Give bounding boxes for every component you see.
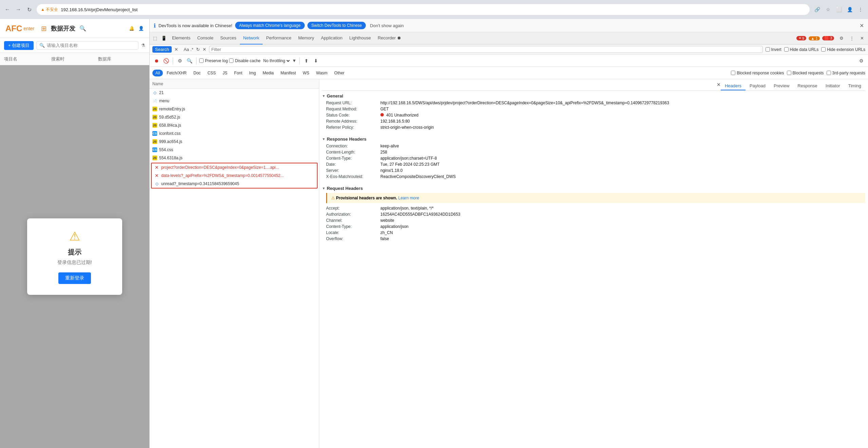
headers-tab-timing[interactable]: Timing — [844, 82, 865, 90]
tab-recorder[interactable]: Recorder ⏺ — [374, 32, 405, 44]
devtools-more-icon[interactable]: ⋮ — [847, 34, 856, 43]
tab-sources[interactable]: Sources — [217, 32, 240, 44]
list-item[interactable]: JS 554.6318a.js — [150, 154, 319, 162]
tab-lighthouse[interactable]: Lighthouse — [346, 32, 374, 44]
tab-memory[interactable]: Memory — [295, 32, 318, 44]
disable-cache-label[interactable]: Disable cache — [229, 58, 260, 63]
app-search-icon[interactable]: 🔍 — [79, 25, 86, 32]
devtools-settings-icon[interactable]: ⚙ — [837, 34, 846, 43]
download-icon[interactable]: ⬇ — [312, 57, 320, 65]
list-item[interactable]: CS 554.css — [150, 146, 319, 154]
notification-close-icon[interactable]: ✕ — [860, 22, 864, 29]
blocked-requests-checkbox[interactable] — [787, 71, 791, 75]
third-party-checkbox[interactable] — [827, 71, 831, 75]
search-close-icon[interactable]: ✕ — [174, 47, 178, 52]
clear-search-icon[interactable]: ✕ — [203, 47, 206, 52]
response-headers-title[interactable]: Response Headers — [322, 137, 865, 142]
blocked-requests-label[interactable]: Blocked requests — [787, 71, 824, 75]
filter-tag-ws[interactable]: WS — [300, 70, 312, 76]
disable-cache-checkbox[interactable] — [229, 58, 233, 63]
throttle-select[interactable]: No throttling — [262, 58, 291, 64]
filter-tag-fetch-xhr[interactable]: Fetch/XHR — [164, 70, 190, 76]
list-item[interactable]: CS iconfont.css — [150, 129, 319, 138]
tab-console[interactable]: Console — [194, 32, 217, 44]
headers-tab-preview[interactable]: Preview — [770, 82, 793, 90]
list-item[interactable]: ◇ 21 — [150, 89, 319, 97]
list-item[interactable]: ✕ data-levels?_apiPrefix=%2FDWS&_timesta… — [152, 172, 317, 180]
tab-elements[interactable]: Elements — [169, 32, 194, 44]
headers-tab-headers[interactable]: Headers — [721, 82, 746, 90]
invert-checkbox-label[interactable]: Invert — [766, 47, 781, 52]
hide-extension-urls-label[interactable]: Hide extension URLs — [821, 47, 865, 52]
user-icon[interactable]: 👤 — [138, 26, 144, 31]
preserve-log-label[interactable]: Preserve log — [199, 58, 228, 63]
menu-icon[interactable]: ⋮ — [856, 5, 865, 14]
headers-tab-payload[interactable]: Payload — [746, 82, 770, 90]
list-item[interactable]: 📄 menu — [150, 97, 319, 105]
bookmark-icon[interactable]: ☆ — [823, 5, 833, 14]
maximize-icon[interactable]: ⬜ — [834, 5, 844, 14]
filter-tag-other[interactable]: Other — [331, 70, 347, 76]
headers-close-icon[interactable]: ✕ — [717, 82, 721, 90]
relogin-button[interactable]: 重新登录 — [58, 272, 91, 284]
upload-icon[interactable]: ⬆ — [302, 57, 310, 65]
list-item[interactable]: JS remoteEntry.js — [150, 105, 319, 113]
match-language-button[interactable]: Always match Chrome's language — [235, 22, 305, 29]
regex-icon[interactable]: .* — [190, 47, 193, 52]
headers-tab-response[interactable]: Response — [793, 82, 822, 90]
devtools-cursor-icon[interactable]: ⬚ — [151, 36, 159, 41]
create-project-button[interactable]: + 创建项目 — [4, 41, 34, 50]
refresh-icon[interactable]: ↻ — [196, 47, 200, 52]
hide-data-urls-label[interactable]: Hide data URLs — [784, 47, 819, 52]
search-toggle-button[interactable]: 🔍 — [185, 57, 193, 65]
project-search-input[interactable] — [47, 43, 135, 48]
filter-tag-manifest[interactable]: Manifest — [278, 70, 299, 76]
general-section-title[interactable]: General — [322, 93, 865, 98]
extensions-icon[interactable]: 🔗 — [812, 5, 822, 14]
filter-tag-img[interactable]: Img — [246, 70, 259, 76]
invert-checkbox[interactable] — [766, 47, 770, 52]
filter-tag-js[interactable]: JS — [220, 70, 230, 76]
learn-more-link[interactable]: Learn more — [398, 196, 419, 200]
search-tab[interactable]: Search — [152, 46, 172, 53]
tab-network[interactable]: Network — [240, 32, 263, 44]
font-size-icon[interactable]: Aa — [184, 47, 189, 52]
filter-tag-css[interactable]: CSS — [204, 70, 219, 76]
tab-application[interactable]: Application — [318, 32, 346, 44]
list-item[interactable]: JS 59.d5d52.js — [150, 113, 319, 121]
record-button[interactable]: ⏺ — [152, 57, 161, 65]
devtools-close-icon[interactable]: ✕ — [857, 34, 867, 43]
filter-tag-all[interactable]: All — [152, 70, 163, 76]
filter-tag-doc[interactable]: Doc — [190, 70, 204, 76]
profile-icon[interactable]: 👤 — [845, 5, 854, 14]
clear-button[interactable]: 🚫 — [162, 57, 170, 65]
preserve-log-checkbox[interactable] — [199, 58, 204, 63]
filter-tag-font[interactable]: Font — [231, 70, 245, 76]
list-item[interactable]: ✕ project?orderDirection=DESC&pageIndex=… — [152, 163, 317, 172]
filter-input[interactable] — [211, 47, 760, 52]
filter-icon[interactable]: ⚗ — [141, 43, 145, 48]
list-item[interactable]: JS 658.8f4ca.js — [150, 121, 319, 129]
third-party-label[interactable]: 3rd-party requests — [827, 71, 865, 75]
tab-performance[interactable]: Performance — [263, 32, 295, 44]
devtools-device-icon[interactable]: 📱 — [159, 36, 169, 41]
filter-tag-media[interactable]: Media — [260, 70, 277, 76]
throttle-expand-icon[interactable]: ▼ — [292, 58, 297, 63]
reload-button[interactable]: ↻ — [24, 5, 34, 14]
back-button[interactable]: ← — [3, 5, 12, 14]
request-headers-title[interactable]: Request Headers — [322, 186, 865, 191]
filter-tag-wasm[interactable]: Wasm — [313, 70, 331, 76]
list-item[interactable]: JS 999.ac654.js — [150, 138, 319, 146]
address-bar[interactable]: ▲ 不安全 192.168.16.5/#/prjDevMenu/project_… — [37, 4, 810, 15]
forward-button[interactable]: → — [14, 5, 23, 14]
blocked-cookies-checkbox[interactable] — [731, 71, 735, 75]
hide-data-urls-checkbox[interactable] — [784, 47, 789, 52]
network-settings-icon[interactable]: ⚙ — [857, 57, 865, 65]
list-item[interactable]: ◇ unread?_timestamp=0.3411584539659045 — [152, 180, 317, 188]
headers-tab-initiator[interactable]: Initiator — [822, 82, 844, 90]
dont-show-again-button[interactable]: Don't show again — [370, 23, 403, 28]
blocked-cookies-label[interactable]: Blocked response cookies — [731, 71, 784, 75]
filter-toggle-button[interactable]: ⚙ — [176, 57, 184, 65]
hide-extension-urls-checkbox[interactable] — [821, 47, 826, 52]
notification-icon[interactable]: 🔔 — [129, 26, 134, 31]
